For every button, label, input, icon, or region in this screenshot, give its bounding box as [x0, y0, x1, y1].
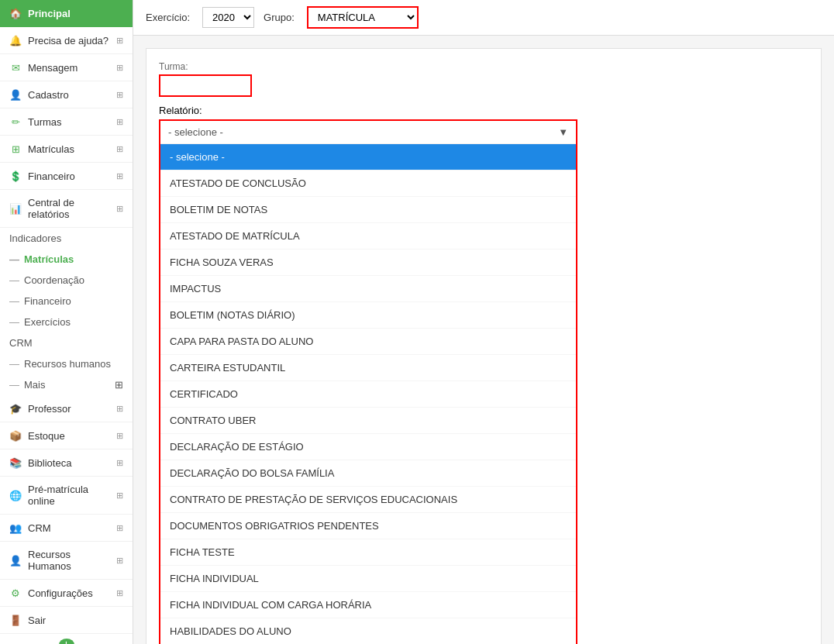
expand-icon: ⊞	[116, 90, 123, 100]
sidebar-item-financeiro[interactable]: 💲 Financeiro ⊞	[0, 163, 133, 190]
sidebar-item-pre-matricula[interactable]: 🌐 Pré-matrícula online ⊞	[0, 477, 133, 515]
dash-icon: —	[9, 358, 19, 370]
relatorio-dropdown-trigger[interactable]: - selecione - ▼	[160, 121, 576, 144]
expand-icon: ⊞	[116, 204, 123, 214]
top-bar: Exercício: 2020 Grupo: MATRÍCULACOORDENA…	[133, 0, 834, 36]
sidebar-item-relatorios[interactable]: 📊 Central de relatórios ⊞	[0, 190, 133, 228]
sidebar-item-label: Biblioteca	[28, 457, 110, 469]
box-icon: 📦	[9, 429, 22, 442]
exit-icon: 🚪	[9, 614, 22, 626]
dropdown-item[interactable]: BOLETIM (NOTAS DIÁRIO)	[160, 302, 576, 329]
sidebar-item-label: Matrículas	[28, 143, 110, 155]
dropdown-item[interactable]: CONTRATO DE PRESTAÇÃO DE SERVIÇOS EDUCAC…	[160, 487, 576, 513]
expand-icon: ⊞	[115, 379, 123, 391]
relatorio-dropdown-list: - selecione - ATESTADO DE CONCLUSÃOBOLET…	[160, 144, 576, 644]
grid-icon: ⊞	[9, 143, 22, 155]
exercicio-label: Exercício:	[146, 12, 190, 23]
dropdown-item[interactable]: BOLETIM DE NOTAS	[160, 197, 576, 223]
dropdown-item[interactable]: CERTIFICADO	[160, 381, 576, 408]
sidebar: 🏠 Principal 🔔 Precisa de ajuda? ⊞ ✉ Mens…	[0, 0, 133, 644]
sidebar-header[interactable]: 🏠 Principal	[0, 0, 133, 27]
sidebar-section-exercicios[interactable]: — Exercícios	[0, 312, 133, 332]
relatorio-label-container: Relatório:	[159, 105, 808, 116]
dropdown-item[interactable]: FICHA SOUZA VERAS	[160, 250, 576, 276]
dropdown-item[interactable]: FICHA INDIVIDUAL COM CARGA HORÁRIA	[160, 592, 576, 618]
sidebar-item-mensagem[interactable]: ✉ Mensagem ⊞	[0, 54, 133, 81]
sidebar-section-mais[interactable]: — Mais ⊞	[0, 374, 133, 395]
sidebar-expand-button[interactable]: +	[59, 639, 74, 644]
users-icon: 👥	[9, 522, 22, 534]
sidebar-item-crm[interactable]: 👥 CRM ⊞	[0, 515, 133, 542]
dropdown-item[interactable]: DECLARAÇÃO DO BOLSA FAMÍLIA	[160, 460, 576, 487]
dropdown-item[interactable]: CARTEIRA ESTUDANTIL	[160, 355, 576, 381]
sidebar-item-label: Sair	[28, 615, 123, 626]
dropdown-item[interactable]: CAPA PARA PASTA DO ALUNO	[160, 329, 576, 355]
section-label: Indicadores	[9, 232, 61, 244]
home-icon: 🏠	[9, 8, 22, 19]
sidebar-section-financeiro[interactable]: — Financeiro	[0, 291, 133, 312]
dropdown-item[interactable]: FICHA INDIVIDUAL	[160, 566, 576, 592]
sidebar-item-label: Configurações	[28, 587, 110, 599]
bell-icon: 🔔	[9, 34, 22, 46]
expand-icon: ⊞	[116, 36, 123, 46]
pencil-icon: ✏	[9, 115, 22, 128]
sidebar-item-label: Cadastro	[28, 89, 110, 101]
expand-icon: ⊞	[116, 117, 123, 127]
sidebar-item-cadastro[interactable]: 👤 Cadastro ⊞	[0, 81, 133, 108]
dropdown-item[interactable]: DOCUMENTOS OBRIGATRIOS PENDENTES	[160, 513, 576, 539]
expand-icon: ⊞	[116, 523, 123, 533]
dropdown-item[interactable]: ATESTADO DE MATRÍCULA	[160, 223, 576, 250]
section-label: Matrículas	[24, 253, 74, 265]
sidebar-item-turmas[interactable]: ✏ Turmas ⊞	[0, 108, 133, 136]
dropdown-items-container: ATESTADO DE CONCLUSÃOBOLETIM DE NOTASATE…	[160, 170, 576, 644]
message-icon: ✉	[9, 61, 22, 74]
dropdown-item[interactable]: HABILIDADES DO ALUNO	[160, 618, 576, 644]
person2-icon: 👤	[9, 554, 22, 567]
expand-icon: ⊞	[116, 404, 123, 414]
relatorio-label: Relatório:	[159, 105, 202, 116]
sidebar-item-label: Precisa de ajuda?	[28, 35, 110, 46]
sidebar-item-estoque[interactable]: 📦 Estoque ⊞	[0, 422, 133, 449]
sidebar-item-matriculas[interactable]: ⊞ Matrículas ⊞	[0, 136, 133, 163]
section-label: Recursos humanos	[24, 358, 111, 370]
dropdown-trigger-label: - selecione -	[168, 126, 223, 138]
sidebar-item-ajuda[interactable]: 🔔 Precisa de ajuda? ⊞	[0, 27, 133, 54]
expand-icon: ⊞	[116, 63, 123, 73]
dropdown-arrow-icon: ▼	[558, 126, 568, 138]
relatorio-dropdown-container: - selecione - ▼ - selecione - ATESTADO D…	[159, 119, 577, 644]
sidebar-section-matriculas[interactable]: — Matrículas	[0, 249, 133, 270]
turma-label: Turma:	[159, 61, 808, 72]
sidebar-item-config[interactable]: ⚙ Configurações ⊞	[0, 580, 133, 607]
sidebar-section-crm[interactable]: CRM	[0, 332, 133, 353]
turma-input[interactable]: 1º ANO	[159, 74, 252, 97]
sidebar-section-coordenacao[interactable]: — Coordenação	[0, 270, 133, 291]
dash-icon: —	[9, 316, 19, 328]
dropdown-item[interactable]: DECLARAÇÃO DE ESTÁGIO	[160, 434, 576, 460]
gear-icon: ⚙	[9, 587, 22, 599]
sidebar-item-sair[interactable]: 🚪 Sair	[0, 607, 133, 634]
expand-icon: ⊞	[116, 144, 123, 154]
expand-icon: ⊞	[116, 491, 123, 501]
sidebar-item-biblioteca[interactable]: 📚 Biblioteca ⊞	[0, 449, 133, 477]
dropdown-item[interactable]: CONTRATO UBER	[160, 408, 576, 434]
dash-icon: —	[9, 274, 19, 286]
content-area: Turma: 1º ANO Relatório: - selecione - ▼…	[133, 36, 834, 644]
sidebar-item-label: Pré-matrícula online	[28, 484, 110, 507]
dropdown-item-selected[interactable]: - selecione -	[160, 144, 576, 170]
dash-icon: —	[9, 379, 19, 391]
sidebar-item-label: CRM	[28, 522, 110, 534]
sidebar-section-recursos[interactable]: — Recursos humanos	[0, 353, 133, 374]
sidebar-item-label: Professor	[28, 403, 110, 415]
expand-icon: ⊞	[116, 556, 123, 566]
sidebar-item-label: Financeiro	[28, 170, 110, 182]
dropdown-item[interactable]: IMPACTUS	[160, 276, 576, 302]
dash-icon: —	[9, 253, 19, 265]
dropdown-item[interactable]: FICHA TESTE	[160, 539, 576, 566]
sidebar-item-professor[interactable]: 🎓 Professor ⊞	[0, 395, 133, 422]
grupo-select[interactable]: MATRÍCULACOORDENAÇÃOFINANCEIRO	[307, 6, 419, 29]
sidebar-item-label: Turmas	[28, 116, 110, 128]
main-content: Exercício: 2020 Grupo: MATRÍCULACOORDENA…	[133, 0, 834, 644]
dropdown-item[interactable]: ATESTADO DE CONCLUSÃO	[160, 170, 576, 197]
sidebar-item-rh[interactable]: 👤 Recursos Humanos ⊞	[0, 542, 133, 580]
exercicio-select[interactable]: 2020	[202, 7, 254, 28]
